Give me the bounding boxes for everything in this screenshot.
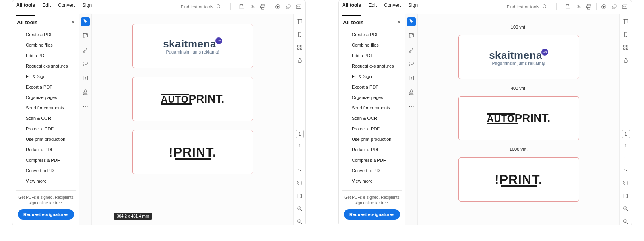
page-up-icon[interactable]	[296, 154, 303, 161]
comment-tool[interactable]	[407, 31, 416, 40]
tool-item[interactable]: Request e-signatures	[342, 61, 402, 71]
bookmark-pane-icon[interactable]	[622, 31, 630, 38]
promo-text: Get PDFs e-signed. Recipients sign onlin…	[342, 195, 402, 206]
thumbnails-icon[interactable]	[622, 44, 630, 51]
tool-item[interactable]: Organize pages	[342, 92, 402, 103]
request-esignatures-button[interactable]: Request e-signatures	[18, 209, 74, 220]
mail-icon[interactable]	[295, 4, 302, 10]
menu-tab[interactable]: Sign	[82, 2, 92, 12]
textbox-tool[interactable]	[407, 74, 416, 82]
tool-item[interactable]: Compress a PDF	[342, 155, 402, 165]
tool-item[interactable]: Combine files	[16, 40, 76, 50]
svg-point-16	[543, 5, 546, 8]
close-icon[interactable]: ×	[72, 19, 75, 25]
ai-assistant-icon[interactable]	[601, 4, 607, 10]
tool-item[interactable]: Protect a PDF	[342, 124, 402, 134]
menu-tab[interactable]: Edit	[368, 2, 377, 12]
tool-item[interactable]: Use print production	[16, 134, 76, 144]
save-icon[interactable]	[565, 4, 571, 10]
menu-tab[interactable]: All tools	[16, 2, 35, 16]
tool-item[interactable]: Fill & Sign	[342, 71, 402, 82]
menu-tab[interactable]: All tools	[342, 2, 361, 16]
menu-tab[interactable]: Edit	[42, 2, 51, 12]
tool-item[interactable]: Fill & Sign	[16, 71, 76, 82]
stamp-tool[interactable]	[81, 88, 90, 97]
page-up-icon[interactable]	[622, 154, 630, 161]
draw-tool[interactable]	[407, 45, 416, 54]
page-input[interactable]: 1	[622, 130, 630, 138]
menu-tab[interactable]: Sign	[408, 2, 418, 12]
tool-item[interactable]: Send for comments	[16, 103, 76, 113]
draw-tool[interactable]	[81, 45, 90, 54]
close-icon[interactable]: ×	[398, 19, 401, 25]
tool-item[interactable]: Edit a PDF	[342, 50, 402, 61]
tool-item[interactable]: Send for comments	[342, 103, 402, 113]
tool-item[interactable]: Request e-signatures	[16, 61, 76, 71]
fit-page-icon[interactable]	[622, 192, 630, 200]
search[interactable]: Find text or tools	[181, 4, 222, 10]
tool-item[interactable]: Protect a PDF	[16, 124, 76, 134]
link-icon[interactable]	[285, 4, 291, 10]
zoom-in-icon[interactable]	[296, 205, 303, 212]
search[interactable]: Find text or tools	[507, 4, 548, 10]
ai-assistant-icon[interactable]	[275, 4, 281, 10]
tool-item[interactable]: Edit a PDF	[16, 50, 76, 61]
link-icon[interactable]	[611, 4, 617, 10]
comment-pane-icon[interactable]	[622, 18, 630, 25]
tool-item[interactable]: Combine files	[342, 40, 402, 50]
request-esignatures-button[interactable]: Request e-signatures	[344, 209, 400, 220]
lasso-tool[interactable]	[81, 60, 90, 68]
reload-icon[interactable]	[296, 179, 303, 187]
tool-item[interactable]: Scan & OCR	[342, 113, 402, 124]
cloud-upload-icon[interactable]	[249, 4, 256, 10]
tool-item[interactable]: Create a PDF	[342, 29, 402, 40]
comment-tool[interactable]	[81, 31, 90, 40]
page-input[interactable]: 1	[296, 130, 304, 138]
lasso-tool[interactable]	[407, 60, 416, 68]
thumbnails-icon[interactable]	[296, 44, 303, 51]
cloud-upload-icon[interactable]	[575, 4, 582, 10]
page-down-icon[interactable]	[296, 167, 303, 174]
reload-icon[interactable]	[622, 179, 630, 187]
fit-page-icon[interactable]	[296, 192, 303, 200]
tool-item[interactable]: Redact a PDF	[342, 144, 402, 155]
zoom-in-icon[interactable]	[622, 205, 630, 212]
more-tools-icon[interactable]: ⋯	[81, 102, 90, 111]
tool-item[interactable]: Export a PDF	[342, 82, 402, 92]
tool-item[interactable]: Redact a PDF	[16, 144, 76, 155]
tool-item[interactable]: Compress a PDF	[16, 155, 76, 165]
bookmark-pane-icon[interactable]	[296, 31, 303, 38]
tool-item[interactable]: View more	[342, 176, 402, 186]
tool-item[interactable]: Export a PDF	[16, 82, 76, 92]
tool-item[interactable]: View more	[16, 176, 76, 186]
menu-tab[interactable]: Convert	[58, 2, 75, 12]
print-icon[interactable]	[260, 4, 266, 10]
zoom-out-icon[interactable]	[296, 218, 303, 225]
save-icon[interactable]	[239, 4, 245, 10]
tool-item[interactable]: Organize pages	[16, 92, 76, 103]
tool-item[interactable]: Convert to PDF	[342, 165, 402, 176]
print-icon[interactable]	[586, 4, 592, 10]
canvas[interactable]: skaitmena110111Pagaminsim jums reklamą!a…	[92, 14, 293, 225]
vertical-toolbar: ⋯	[79, 14, 92, 225]
mail-icon[interactable]	[621, 4, 628, 10]
tool-label: Fill & Sign	[26, 74, 46, 79]
tool-item[interactable]: Use print production	[342, 134, 402, 144]
menu-tab[interactable]: Convert	[384, 2, 401, 12]
lock-icon[interactable]	[296, 57, 303, 64]
tool-item[interactable]: Create a PDF	[16, 29, 76, 40]
tool-item[interactable]: Scan & OCR	[16, 113, 76, 124]
select-tool[interactable]	[81, 17, 90, 26]
select-tool[interactable]	[407, 17, 416, 26]
page-down-icon[interactable]	[622, 167, 630, 174]
document-card: !PRINT.	[132, 130, 253, 174]
tool-item[interactable]: Convert to PDF	[16, 165, 76, 176]
canvas[interactable]: 100 vnt.skaitmena110111Pagaminsim jums r…	[418, 14, 619, 225]
zoom-out-icon[interactable]	[622, 218, 630, 225]
lock-icon[interactable]	[622, 57, 630, 64]
comment-pane-icon[interactable]	[296, 18, 303, 25]
stamp-tool[interactable]	[407, 88, 416, 97]
textbox-tool[interactable]	[81, 74, 90, 82]
more-tools-icon[interactable]: ⋯	[407, 102, 416, 111]
right-rail: 11	[619, 14, 632, 225]
